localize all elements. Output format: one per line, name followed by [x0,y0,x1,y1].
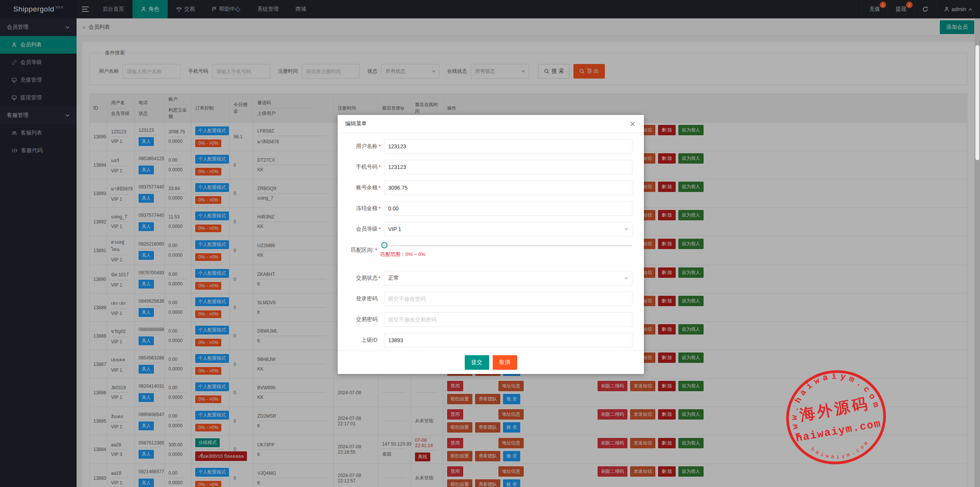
slider-handle[interactable] [381,242,387,248]
close-icon[interactable]: × [629,120,636,128]
match-range-field: 匹配区间:* 匹配范围：0% ~ 0% [338,239,644,268]
modal-title: 编辑菜单 [345,120,367,127]
field-label: 手机号码 [338,164,377,171]
field-label: 匹配区间: [351,247,374,254]
match-range-note: 匹配范围：0% ~ 0% [381,251,632,258]
select-value: 正常 [388,275,399,282]
field-label: 交易状态 [338,275,377,282]
form-field: 会员等级* VIP 1 [338,219,644,239]
field-label: 登录密码 [338,295,377,302]
required-mark: * [379,164,382,170]
field-input[interactable] [384,160,632,174]
scrollbar-thumb[interactable] [975,45,979,160]
field-label: 上级ID [338,337,377,344]
form-field: 冻结金额* [338,198,644,219]
field-input[interactable] [384,312,632,327]
form-field: 登录密码 [338,289,644,309]
modal-form: 用户名称* 手机号码* 账号余额* 冻结金额* 会员等级* VIP 1 匹配区间… [338,133,644,351]
field-label: 会员等级 [338,226,377,233]
required-mark: * [379,143,382,149]
select-value: VIP 1 [388,226,401,232]
screen: ShippergoldV3.0 后台首页角色交易帮助中心系统管理商城 充值 6 … [0,0,980,487]
form-field: 交易状态* 正常 [338,268,644,289]
form-field: 上级ID [338,330,644,351]
field-label: 用户名称 [338,143,377,150]
required-mark: * [375,247,378,253]
field-label: 冻结金额 [338,205,377,212]
required-mark: * [379,275,382,281]
submit-button[interactable]: 提交 [465,355,489,370]
required-mark: * [379,226,382,232]
field-label: 交易密码 [338,316,377,323]
field-select[interactable]: VIP 1 [384,222,632,236]
modal-header: 编辑菜单 × [338,115,644,133]
chevron-down-icon [624,277,628,280]
chevron-down-icon [624,228,628,231]
field-input[interactable] [384,201,632,216]
form-field: 用户名称* [338,136,644,157]
form-field: 账号余额* [338,177,644,198]
field-input[interactable] [384,292,632,306]
field-label: 账号余额 [338,184,377,191]
required-mark: * [379,185,382,191]
edit-member-modal: 编辑菜单 × 用户名称* 手机号码* 账号余额* 冻结金额* 会员等级* VIP… [338,115,644,374]
field-input[interactable] [384,139,632,154]
match-range-slider[interactable] [381,245,632,246]
cancel-button[interactable]: 取消 [493,355,517,370]
page-scrollbar[interactable] [975,18,980,487]
field-input[interactable] [384,333,632,348]
field-input[interactable] [384,180,632,195]
modal-footer: 提交 取消 [338,351,644,374]
field-select[interactable]: 正常 [384,271,632,285]
form-field: 交易密码 [338,309,644,330]
required-mark: * [379,205,382,212]
form-field: 手机号码* [338,157,644,177]
